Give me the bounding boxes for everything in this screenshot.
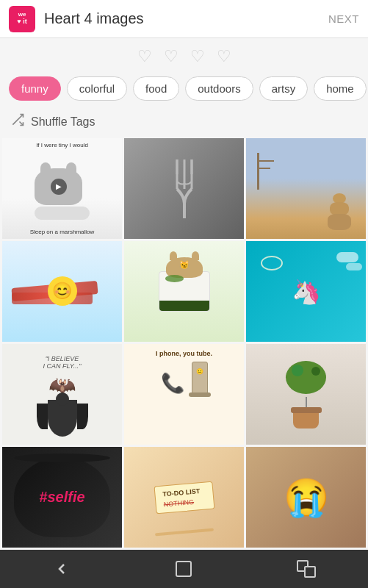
tag-artsy[interactable]: artsy bbox=[259, 76, 309, 101]
tags-row: funny colorful food outdoors artsy home bbox=[0, 72, 368, 108]
image-grid: If I were tiny I would ▶ Sleep on a mars… bbox=[0, 138, 368, 550]
grid-cell-cat-marshmallow[interactable]: If I were tiny I would ▶ Sleep on a mars… bbox=[2, 138, 122, 239]
fork-svg bbox=[166, 156, 203, 222]
recent-apps-button[interactable] bbox=[297, 560, 316, 578]
grid-cell-sushi-cat[interactable]: 😼 bbox=[124, 241, 244, 342]
grid-cell-fork[interactable] bbox=[124, 138, 244, 239]
logo: we ♥ it bbox=[9, 6, 35, 32]
grid-cell-desert[interactable] bbox=[246, 138, 366, 239]
hearts-row: ♡ ♡ ♡ ♡ bbox=[0, 38, 368, 72]
emoji-face: 😊 bbox=[48, 276, 77, 306]
header: we ♥ it Heart 4 images NEXT bbox=[0, 0, 368, 38]
shuffle-row[interactable]: Shuffle Tags bbox=[0, 108, 368, 138]
bottom-nav bbox=[0, 550, 368, 588]
caption-bottom: Sleep on a marshmallow bbox=[6, 229, 118, 235]
page-title: Heart 4 images bbox=[44, 10, 328, 27]
tag-colorful[interactable]: colorful bbox=[67, 76, 127, 101]
tag-funny[interactable]: funny bbox=[9, 76, 61, 101]
home-button[interactable] bbox=[176, 561, 192, 577]
selfie-text: #selfie bbox=[39, 489, 84, 506]
tag-food[interactable]: food bbox=[133, 76, 179, 101]
caption-top: If I were tiny I would bbox=[6, 142, 118, 148]
grid-cell-selfie[interactable]: #selfie bbox=[2, 447, 122, 548]
grid-cell-egg[interactable]: 😊 bbox=[2, 241, 122, 342]
tag-home[interactable]: home bbox=[314, 76, 367, 101]
shuffle-label: Shuffle Tags bbox=[31, 115, 95, 129]
next-button[interactable]: NEXT bbox=[328, 12, 359, 25]
grid-cell-batman[interactable]: "I BELIEVEI CAN FLY..." 🦇 bbox=[2, 344, 122, 445]
grid-cell-plant[interactable] bbox=[246, 344, 366, 445]
logo-icon: we ♥ it bbox=[9, 6, 35, 32]
shuffle-icon bbox=[10, 112, 25, 131]
heart-1[interactable]: ♡ bbox=[137, 47, 152, 66]
heart-3[interactable]: ♡ bbox=[190, 47, 205, 66]
grid-cell-todolist[interactable]: TO-DO LIST NOTHING bbox=[124, 447, 244, 548]
grid-cell-crying[interactable]: 😭 bbox=[246, 447, 366, 548]
back-button[interactable] bbox=[53, 560, 71, 578]
grid-cell-unicorn[interactable]: 🦄 bbox=[246, 241, 366, 342]
heart-2[interactable]: ♡ bbox=[164, 47, 178, 66]
grid-cell-phone-tube[interactable]: I phone, you tube. 📞 😐 bbox=[124, 344, 244, 445]
tag-outdoors[interactable]: outdoors bbox=[185, 76, 253, 101]
heart-4[interactable]: ♡ bbox=[217, 47, 231, 66]
play-button[interactable]: ▶ bbox=[51, 179, 67, 195]
